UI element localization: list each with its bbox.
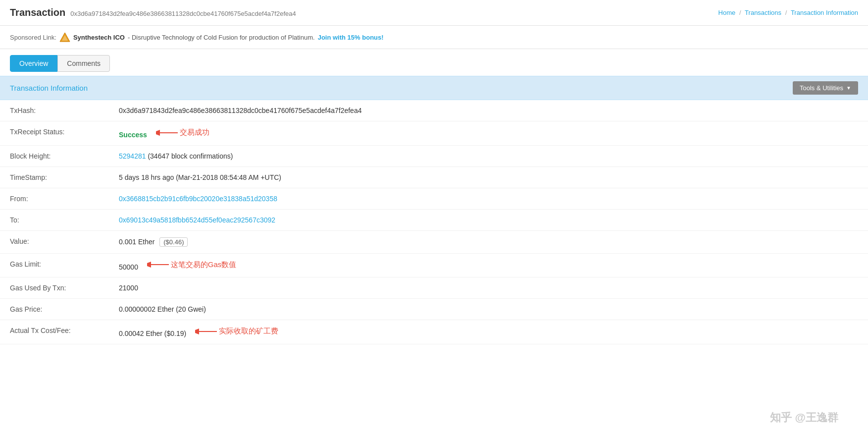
actual-cost-number: 0.00042 Ether ($0.19) [119, 330, 186, 337]
block-confirmations-text: (34647 block confirmations) [148, 152, 233, 160]
annotation-arrow-icon [156, 128, 178, 137]
to-address-link[interactable]: 0x69013c49a5818fbb6524d55ef0eac292567c30… [119, 216, 275, 224]
gas-price-label: Gas Price: [10, 305, 119, 313]
timestamp-row: TimeStamp: 5 days 18 hrs ago (Mar-21-201… [0, 167, 868, 188]
actual-cost-value: 0.00042 Ether ($0.19) 实际收取的矿工费 [119, 327, 858, 337]
actual-cost-annotation-text: 实际收取的矿工费 [219, 327, 278, 336]
sponsored-logo-icon [59, 32, 70, 43]
actual-cost-row: Actual Tx Cost/Fee: 0.00042 Ether ($0.19… [0, 320, 868, 344]
status-annotation: 交易成功 [156, 128, 209, 137]
block-height-row: Block Height: 5294281 (34647 block confi… [0, 146, 868, 167]
status-annotation-text: 交易成功 [180, 128, 209, 137]
tabs: Overview Comments [10, 55, 858, 72]
txreceipt-status-value: Success 交易成功 [119, 128, 858, 139]
gas-used-value: 21000 [119, 284, 858, 292]
breadcrumb: Home / Transactions / Transaction Inform… [718, 9, 858, 16]
gas-price-row: Gas Price: 0.00000002 Ether (20 Gwei) [0, 299, 868, 320]
gas-limit-value: 50000 这笔交易的Gas数值 [119, 260, 858, 271]
breadcrumb-current[interactable]: Transaction Information [791, 9, 858, 16]
breadcrumb-transactions[interactable]: Transactions [745, 9, 781, 16]
actual-cost-arrow-icon [195, 327, 217, 336]
tools-utilities-label: Tools & Utilities [800, 84, 843, 92]
from-value: 0x3668815cb2b91c6fb9bc20020e31838a51d203… [119, 195, 858, 203]
gas-limit-annotation-text: 这笔交易的Gas数值 [171, 260, 237, 270]
ether-amount: 0.001 Ether [119, 238, 154, 246]
sponsored-label: Sponsored Link: [10, 34, 56, 41]
sponsored-link[interactable]: Join with 15% bonus! [318, 34, 384, 41]
timestamp-label: TimeStamp: [10, 173, 119, 181]
block-height-value: 5294281 (34647 block confirmations) [119, 152, 858, 160]
page-title: Transaction [10, 7, 65, 18]
info-section-header: Transaction Information Tools & Utilitie… [0, 76, 868, 100]
tab-overview[interactable]: Overview [10, 55, 57, 72]
info-section-title: Transaction Information [10, 84, 88, 92]
from-address-link[interactable]: 0x3668815cb2b91c6fb9bc20020e31838a51d203… [119, 195, 277, 203]
gas-price-value: 0.00000002 Ether (20 Gwei) [119, 305, 858, 313]
top-bar: Transaction 0x3d6a971843d2fea9c486e38663… [0, 0, 868, 26]
to-label: To: [10, 216, 119, 224]
block-height-label: Block Height: [10, 152, 119, 160]
usd-value-badge: ($0.46) [159, 237, 188, 247]
to-row: To: 0x69013c49a5818fbb6524d55ef0eac29256… [0, 210, 868, 231]
transaction-hash-header: 0x3d6a971843d2fea9c486e38663811328dc0cbe… [70, 10, 296, 17]
breadcrumb-sep1: / [739, 9, 743, 16]
sponsored-name: Synthestech ICO [73, 34, 125, 41]
gas-limit-number: 50000 [119, 263, 138, 271]
actual-cost-annotation: 实际收取的矿工费 [195, 327, 278, 336]
transaction-info-table: TxHash: 0x3d6a971843d2fea9c486e386638113… [0, 100, 868, 344]
gas-used-row: Gas Used By Txn: 21000 [0, 277, 868, 299]
tools-dropdown-arrow-icon: ▼ [846, 85, 851, 91]
txreceipt-status-label: TxReceipt Status: [10, 128, 119, 136]
gas-used-label: Gas Used By Txn: [10, 284, 119, 292]
tab-comments[interactable]: Comments [57, 55, 110, 72]
txhash-row: TxHash: 0x3d6a971843d2fea9c486e386638113… [0, 100, 868, 121]
breadcrumb-sep2: / [785, 9, 789, 16]
value-value: 0.001 Ether ($0.46) [119, 237, 858, 247]
page-heading: Transaction 0x3d6a971843d2fea9c486e38663… [10, 7, 296, 18]
txhash-label: TxHash: [10, 107, 119, 114]
txhash-value: 0x3d6a971843d2fea9c486e38663811328dc0cbe… [119, 107, 858, 114]
from-row: From: 0x3668815cb2b91c6fb9bc20020e31838a… [0, 188, 868, 210]
gas-limit-label: Gas Limit: [10, 260, 119, 268]
status-success-text: Success [119, 131, 147, 139]
to-value: 0x69013c49a5818fbb6524d55ef0eac292567c30… [119, 216, 858, 224]
tabs-bar: Overview Comments [0, 49, 868, 72]
breadcrumb-home[interactable]: Home [718, 9, 736, 16]
value-label: Value: [10, 237, 119, 245]
block-height-link[interactable]: 5294281 [119, 152, 146, 160]
value-row: Value: 0.001 Ether ($0.46) [0, 231, 868, 254]
gas-annotation-arrow-icon [147, 260, 169, 269]
timestamp-value: 5 days 18 hrs ago (Mar-21-2018 08:54:48 … [119, 173, 858, 181]
actual-cost-label: Actual Tx Cost/Fee: [10, 327, 119, 334]
from-label: From: [10, 195, 119, 203]
gas-limit-row: Gas Limit: 50000 这笔交易的Gas数值 [0, 254, 868, 278]
sponsored-bar: Sponsored Link: Synthestech ICO - Disrup… [0, 26, 868, 49]
sponsored-desc: - Disruptive Technology of Cold Fusion f… [128, 34, 315, 41]
txreceipt-status-row: TxReceipt Status: Success 交易成功 [0, 121, 868, 146]
gas-limit-annotation: 这笔交易的Gas数值 [147, 260, 237, 270]
tools-utilities-button[interactable]: Tools & Utilities ▼ [793, 81, 858, 95]
